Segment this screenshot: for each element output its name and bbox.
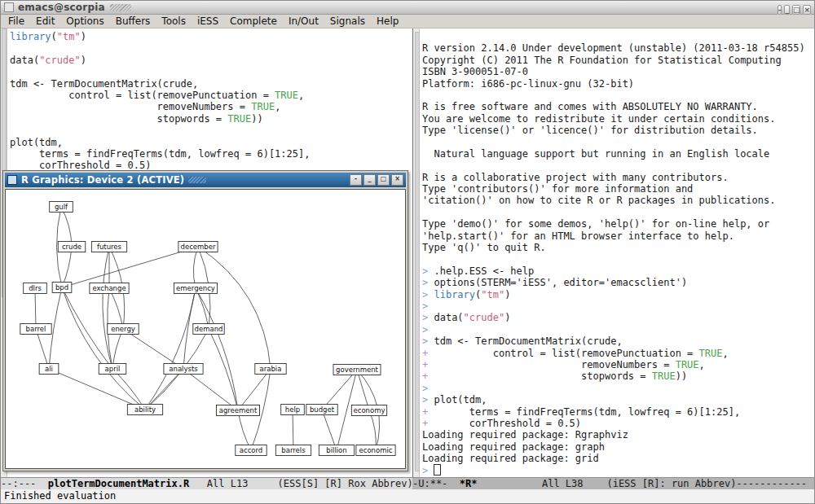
console-line: > data("crude") xyxy=(422,312,805,323)
console-line: Natural language support but running in … xyxy=(422,148,805,160)
shade-button[interactable]: - xyxy=(778,5,782,15)
minimize-button[interactable]: _ xyxy=(784,5,790,15)
menu-item-options[interactable]: Options xyxy=(60,15,109,28)
graph-node-label-government: government xyxy=(336,366,378,374)
graph-node-label-futures: futures xyxy=(97,243,122,251)
close-button[interactable]: × xyxy=(803,5,811,15)
graph-node-label-accord: accord xyxy=(240,446,263,454)
menu-item-signals[interactable]: Signals xyxy=(324,15,371,28)
graph-edge-demand-agreement xyxy=(209,329,238,410)
term-graph: gulfcrudefuturesdecemberdlrsbpdexchangee… xyxy=(6,190,405,468)
source-line xyxy=(10,125,310,136)
menu-item-buffers[interactable]: Buffers xyxy=(110,15,156,28)
graph-node-label-barrels: barrels xyxy=(281,446,306,454)
console-line: > xyxy=(422,300,805,312)
graph-node-label-crude: crude xyxy=(62,243,82,251)
graph-edge-energy-april xyxy=(112,329,123,369)
graph-node-label-ali: ali xyxy=(45,365,53,373)
graphics-canvas: gulfcrudefuturesdecemberdlrsbpdexchangee… xyxy=(5,189,406,469)
modeline-source: --:--- plotTermDocumentMatrix.R All L13 … xyxy=(1,477,412,489)
graph-edge-emergency-agreement xyxy=(196,288,238,410)
graph-node-label-barrel: barrel xyxy=(26,325,46,333)
console-line: Type 'license()' or 'licence()' for dist… xyxy=(422,125,805,136)
menu-item-help[interactable]: Help xyxy=(371,15,404,28)
console-line: > xyxy=(422,383,805,394)
source-line: data("crude") xyxy=(10,55,310,66)
console-line: R version 2.14.0 Under development (unst… xyxy=(422,42,805,54)
graph-node-label-billion: billion xyxy=(326,446,346,454)
graph-node-label-economic: economic xyxy=(359,446,392,454)
close-button[interactable]: × xyxy=(391,174,403,186)
console-line: > xyxy=(422,464,805,476)
source-line: tdm <- TermDocumentMatrix(crude, xyxy=(10,78,310,90)
graph-edge-gulf-crude xyxy=(61,207,72,247)
modeline-console: -U:**- *R* All L38 (iESS [R]: run Abbrev… xyxy=(412,477,815,489)
graphics-window-controls: -_□× xyxy=(348,174,403,186)
source-line: terms = findFreqTerms(tdm, lowfreq = 6)[… xyxy=(10,148,310,160)
console-line: > library("tm") xyxy=(422,289,805,300)
console-line: > .help.ESS <- help xyxy=(422,265,805,277)
graph-node-label-bpd: bpd xyxy=(55,283,68,291)
window-title: emacs@scorpia xyxy=(18,2,105,13)
menu-item-complete[interactable]: Complete xyxy=(224,15,283,28)
graph-node-label-economy: economy xyxy=(353,406,385,414)
console-output[interactable]: R version 2.14.0 Under development (unst… xyxy=(422,31,805,476)
graph-edge-budget-billion xyxy=(322,410,337,450)
graph-node-label-april: april xyxy=(105,365,121,373)
console-line: You are welcome to redistribute it under… xyxy=(422,113,805,125)
console-scrollbar-thumb[interactable] xyxy=(415,32,420,471)
graph-edge-barrel-ali xyxy=(36,329,49,369)
console-line xyxy=(422,207,805,218)
graph-edge-bpd-april xyxy=(62,287,112,369)
graph-edge-analysts-ability xyxy=(145,369,183,410)
graphics-window-title: R Graphics: Device 2 (ACTIVE) xyxy=(21,174,184,186)
graph-edge-april-ability xyxy=(112,369,145,410)
source-code[interactable]: library("tm")data("crude")tdm <- TermDoc… xyxy=(10,31,310,172)
graph-node-label-december: december xyxy=(181,243,216,251)
console-line: 'help.start()' for an HTML browser inter… xyxy=(422,230,805,242)
emacs-frame: emacs@scorpia -_□× FileEditOptionsBuffer… xyxy=(0,0,815,504)
graph-node-label-demand: demand xyxy=(195,325,223,333)
console-line: Loading required package: Rgraphviz xyxy=(422,429,805,440)
maximize-button[interactable]: □ xyxy=(377,174,390,186)
console-line: 'citation()' on how to cite R or R packa… xyxy=(422,195,805,206)
graph-node-label-dlrs: dlrs xyxy=(29,284,42,292)
graph-edge-help-barrels xyxy=(293,410,293,450)
window-icon xyxy=(4,2,14,12)
console-line: Type 'q()' to quit R. xyxy=(422,242,805,253)
minimize-button[interactable]: _ xyxy=(363,174,376,186)
menu-bar: FileEditOptionsBuffersToolsiESSCompleteI… xyxy=(1,15,814,28)
console-line: + removeNumbers = TRUE, xyxy=(422,359,805,370)
menu-item-inout[interactable]: In/Out xyxy=(283,15,324,28)
graph-node-label-emergency: emergency xyxy=(176,284,215,292)
console-line: Platform: i686-pc-linux-gnu (32-bit) xyxy=(422,78,805,90)
console-line: + terms = findFreqTerms(tdm, lowfreq = 6… xyxy=(422,406,805,418)
console-buffer-pane[interactable]: R version 2.14.0 Under development (unst… xyxy=(412,28,815,477)
menu-item-edit[interactable]: Edit xyxy=(30,15,60,28)
graph-edge-arabia-agreement xyxy=(238,369,271,410)
titlebar-grip xyxy=(110,4,131,11)
console-line: > xyxy=(422,324,805,335)
menu-item-file[interactable]: File xyxy=(2,15,30,28)
maximize-button[interactable]: □ xyxy=(792,5,801,15)
shade-button[interactable]: - xyxy=(350,174,362,186)
graph-node-label-budget: budget xyxy=(310,405,335,414)
console-line: R is free software and comes with ABSOLU… xyxy=(422,101,805,112)
graph-node-label-gulf: gulf xyxy=(55,203,68,211)
graphics-titlebar[interactable]: R Graphics: Device 2 (ACTIVE) -_□× xyxy=(5,173,406,187)
graph-edge-agreement-accord xyxy=(238,410,251,450)
window-titlebar[interactable]: emacs@scorpia -_□× xyxy=(1,1,814,15)
console-line: ISBN 3-900051-07-0 xyxy=(422,66,805,77)
graph-edge-crude-bpd xyxy=(62,247,72,287)
graph-edge-energy-analysts xyxy=(123,329,183,369)
text-cursor xyxy=(434,464,441,476)
menu-item-iess[interactable]: iESS xyxy=(192,15,224,28)
console-scrollbar[interactable] xyxy=(412,28,420,477)
graph-node-label-arabia: arabia xyxy=(260,365,282,373)
window-controls: -_□× xyxy=(775,0,811,15)
source-line: stopwords = TRUE)) xyxy=(10,113,310,125)
menu-item-tools[interactable]: Tools xyxy=(156,15,192,28)
console-line: Type 'demo()' for some demos, 'help()' f… xyxy=(422,218,805,230)
console-line: + control = list(removePunctuation = TRU… xyxy=(422,348,805,359)
source-line: removeNumbers = TRUE, xyxy=(10,101,310,112)
